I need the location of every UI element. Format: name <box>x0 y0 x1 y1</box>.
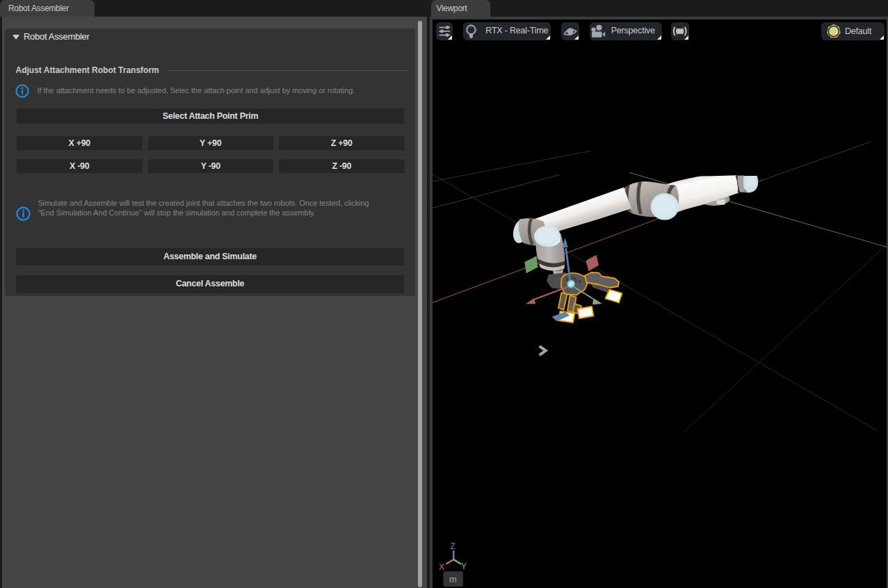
svg-text:X: X <box>439 562 444 572</box>
svg-text:m: m <box>449 574 457 585</box>
svg-text:Y: Y <box>461 562 467 571</box>
svg-text:Z: Z <box>451 541 455 551</box>
